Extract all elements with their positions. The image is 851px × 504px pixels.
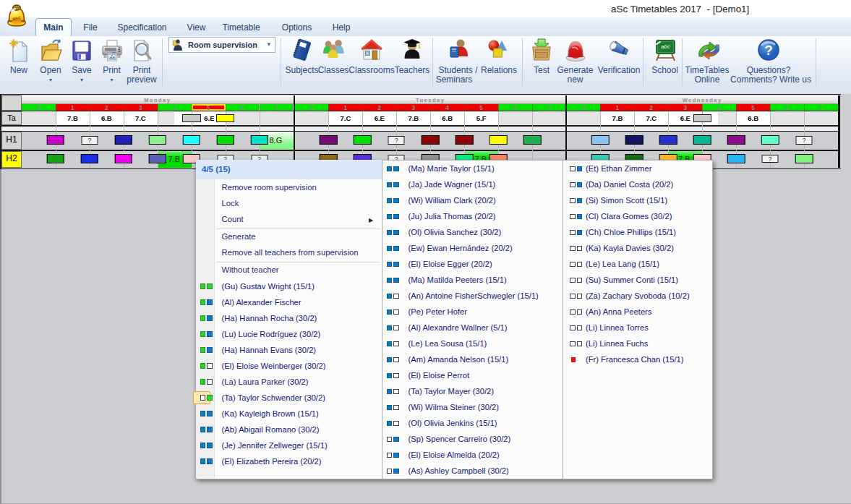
svg-text:abc: abc [661, 43, 670, 50]
svg-text:?: ? [764, 43, 773, 58]
